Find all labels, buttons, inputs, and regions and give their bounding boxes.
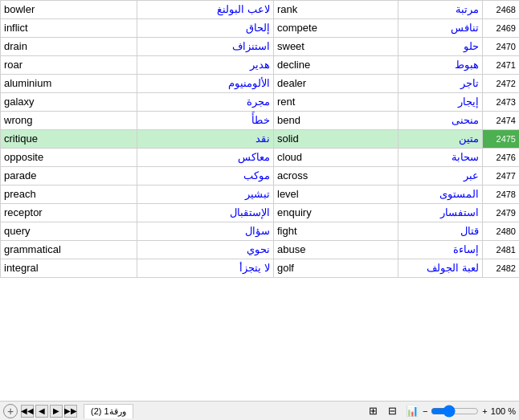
english-word-left[interactable]: roar [1, 56, 137, 75]
grid-view-icon[interactable]: ⊞ [366, 404, 381, 418]
arabic-translation-left[interactable]: تبشير [137, 186, 274, 204]
english-word-right[interactable]: solid [274, 130, 398, 149]
table-icon[interactable]: ⊟ [386, 404, 400, 418]
english-word-left[interactable]: preach [1, 186, 137, 204]
zoom-in-button[interactable]: + [482, 406, 487, 416]
row-number: 2478 [483, 186, 520, 204]
english-word-left[interactable]: integral [1, 259, 137, 278]
table-row: inflictإلحاقcompeteتنافس2469 [1, 19, 520, 38]
english-word-right[interactable]: golf [274, 259, 398, 278]
english-word-right[interactable]: rank [274, 1, 398, 19]
table-row: drainاستنزافsweetحلو2470 [1, 38, 520, 56]
arabic-translation-right[interactable]: سحابة [398, 149, 483, 167]
arabic-translation-left[interactable]: مجرة [137, 93, 274, 112]
arabic-translation-right[interactable]: مرتبة [398, 1, 483, 19]
arabic-translation-left[interactable]: استنزاف [137, 38, 274, 56]
chart-icon[interactable]: 📊 [405, 404, 419, 418]
nav-prev-button[interactable]: ◀ [35, 405, 48, 418]
arabic-translation-left[interactable]: سؤال [137, 222, 274, 241]
english-word-right[interactable]: sweet [274, 38, 398, 56]
row-number: 2473 [483, 93, 520, 112]
nav-next-button[interactable]: ▶ [50, 405, 63, 418]
statusbar: + ◀◀ ◀ ▶ ▶▶ ورقة1 (2) ⊞ ⊟ 📊 − + 100 % [0, 401, 519, 420]
row-number: 2474 [483, 112, 520, 130]
english-word-right[interactable]: level [274, 186, 398, 204]
data-table: bowlerلاعب البولنغrankمرتبة2468inflictإل… [0, 0, 519, 278]
arabic-translation-right[interactable]: متين [398, 130, 483, 149]
english-word-left[interactable]: query [1, 222, 137, 241]
english-word-right[interactable]: decline [274, 56, 398, 75]
english-word-left[interactable]: opposite [1, 149, 137, 167]
arabic-translation-left[interactable]: لاعب البولنغ [137, 1, 274, 19]
row-number: 2482 [483, 259, 520, 278]
english-word-right[interactable]: enquiry [274, 204, 398, 222]
table-row: wrongخطأًbendمنحنى2474 [1, 112, 520, 130]
table-row: aluminiumالألومنيومdealerتاجر2472 [1, 75, 520, 93]
table-row: integralلا يتجزأgolfلعبة الجولف2482 [1, 259, 520, 278]
english-word-left[interactable]: aluminium [1, 75, 137, 93]
arabic-translation-right[interactable]: عبر [398, 167, 483, 186]
nav-first-button[interactable]: ◀◀ [21, 405, 34, 418]
english-word-right[interactable]: across [274, 167, 398, 186]
english-word-right[interactable]: rent [274, 93, 398, 112]
arabic-translation-left[interactable]: الألومنيوم [137, 75, 274, 93]
row-number: 2481 [483, 241, 520, 259]
english-word-left[interactable]: bowler [1, 1, 137, 19]
english-word-left[interactable]: wrong [1, 112, 137, 130]
zoom-out-button[interactable]: − [423, 406, 427, 416]
english-word-left[interactable]: grammatical [1, 241, 137, 259]
arabic-translation-left[interactable]: لا يتجزأ [137, 259, 274, 278]
spreadsheet-area: bowlerلاعب البولنغrankمرتبة2468inflictإل… [0, 0, 519, 401]
zoom-level: 100 % [491, 406, 516, 416]
row-number: 2468 [483, 1, 520, 19]
arabic-translation-left[interactable]: موكب [137, 167, 274, 186]
english-word-right[interactable]: dealer [274, 75, 398, 93]
table-row: preachتبشيرlevelالمستوى2478 [1, 186, 520, 204]
arabic-translation-left[interactable]: خطأً [137, 112, 274, 130]
arabic-translation-left[interactable]: معاكس [137, 149, 274, 167]
add-sheet-button[interactable]: + [3, 404, 18, 418]
arabic-translation-left[interactable]: نحوي [137, 241, 274, 259]
table-row: galaxyمجرةrentإيجار2473 [1, 93, 520, 112]
arabic-translation-right[interactable]: منحنى [398, 112, 483, 130]
sheet-tab[interactable]: ورقة1 (2) [84, 404, 133, 418]
arabic-translation-right[interactable]: قتال [398, 222, 483, 241]
arabic-translation-right[interactable]: إيجار [398, 93, 483, 112]
english-word-left[interactable]: drain [1, 38, 137, 56]
english-word-left[interactable]: parade [1, 167, 137, 186]
table-row: queryسؤالfightقتال2480 [1, 222, 520, 241]
arabic-translation-right[interactable]: حلو [398, 38, 483, 56]
arabic-translation-right[interactable]: لعبة الجولف [398, 259, 483, 278]
nav-last-button[interactable]: ▶▶ [64, 405, 77, 418]
english-word-left[interactable]: critique [1, 130, 137, 149]
arabic-translation-left[interactable]: الإستقبال [137, 204, 274, 222]
row-number: 2477 [483, 167, 520, 186]
row-number: 2471 [483, 56, 520, 75]
zoom-slider[interactable] [431, 405, 479, 418]
row-number: 2480 [483, 222, 520, 241]
english-word-left[interactable]: receptor [1, 204, 137, 222]
row-number: 2479 [483, 204, 520, 222]
arabic-translation-right[interactable]: استفسار [398, 204, 483, 222]
arabic-translation-right[interactable]: إساءة [398, 241, 483, 259]
arabic-translation-right[interactable]: تاجر [398, 75, 483, 93]
arabic-translation-right[interactable]: هبوط [398, 56, 483, 75]
english-word-right[interactable]: fight [274, 222, 398, 241]
table-row: receptorالإستقبالenquiryاستفسار2479 [1, 204, 520, 222]
english-word-left[interactable]: inflict [1, 19, 137, 38]
table-row: paradeموكبacrossعبر2477 [1, 167, 520, 186]
english-word-right[interactable]: cloud [274, 149, 398, 167]
arabic-translation-left[interactable]: هدير [137, 56, 274, 75]
english-word-right[interactable]: bend [274, 112, 398, 130]
arabic-translation-left[interactable]: نقد [137, 130, 274, 149]
row-number: 2470 [483, 38, 520, 56]
english-word-right[interactable]: abuse [274, 241, 398, 259]
arabic-translation-right[interactable]: المستوى [398, 186, 483, 204]
table-row: bowlerلاعب البولنغrankمرتبة2468 [1, 1, 520, 19]
arabic-translation-right[interactable]: تنافس [398, 19, 483, 38]
arabic-translation-left[interactable]: إلحاق [137, 19, 274, 38]
zoom-area: ⊞ ⊟ 📊 − + 100 % [360, 404, 516, 418]
english-word-left[interactable]: galaxy [1, 93, 137, 112]
table-row: oppositeمعاكسcloudسحابة2476 [1, 149, 520, 167]
english-word-right[interactable]: compete [274, 19, 398, 38]
